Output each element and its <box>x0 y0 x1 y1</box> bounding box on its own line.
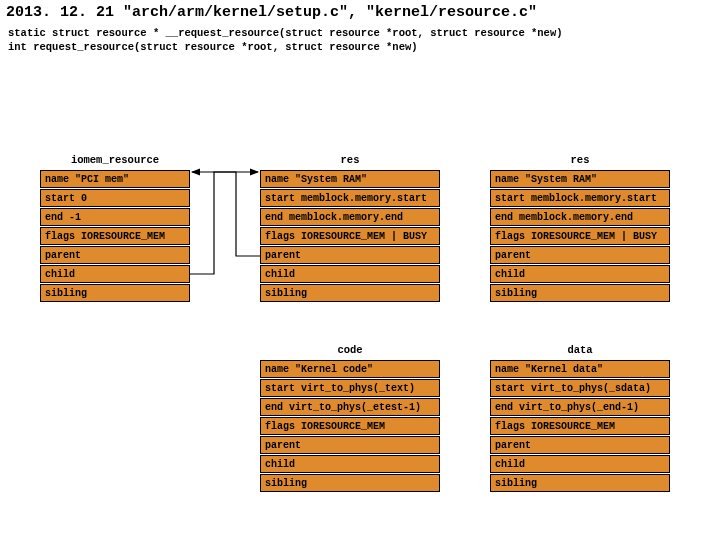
cell-iomem-parent: parent <box>40 246 190 264</box>
page-title: 2013. 12. 21 "arch/arm/kernel/setup.c", … <box>0 0 720 25</box>
sig-request-resource: int request_resource(struct resource *ro… <box>8 41 712 55</box>
cell-code-child: child <box>260 455 440 473</box>
cell-iomem-child: child <box>40 265 190 283</box>
cell-res1-flags: flags IORESOURCE_MEM | BUSY <box>260 227 440 245</box>
struct-res-2: res name "System RAM" start memblock.mem… <box>490 154 670 302</box>
cell-data-child: child <box>490 455 670 473</box>
struct-title-res2: res <box>490 154 670 166</box>
cell-res2-flags: flags IORESOURCE_MEM | BUSY <box>490 227 670 245</box>
cell-res1-end: end memblock.memory.end <box>260 208 440 226</box>
struct-code: code name "Kernel code" start virt_to_ph… <box>260 344 440 492</box>
cell-iomem-end: end -1 <box>40 208 190 226</box>
struct-title-iomem: iomem_resource <box>40 154 190 166</box>
signatures: static struct resource * __request_resou… <box>0 25 720 64</box>
cell-res2-name: name "System RAM" <box>490 170 670 188</box>
cell-iomem-flags: flags IORESOURCE_MEM <box>40 227 190 245</box>
cell-res1-start: start memblock.memory.start <box>260 189 440 207</box>
cell-code-end: end virt_to_phys(_etest-1) <box>260 398 440 416</box>
struct-title-data: data <box>490 344 670 356</box>
cell-res1-sibling: sibling <box>260 284 440 302</box>
diagram-stage: iomem_resource name "PCI mem" start 0 en… <box>0 64 720 540</box>
cell-code-sibling: sibling <box>260 474 440 492</box>
cell-res2-end: end memblock.memory.end <box>490 208 670 226</box>
cell-iomem-start: start 0 <box>40 189 190 207</box>
cell-code-name: name "Kernel code" <box>260 360 440 378</box>
cell-code-flags: flags IORESOURCE_MEM <box>260 417 440 435</box>
cell-data-end: end virt_to_phys(_end-1) <box>490 398 670 416</box>
cell-res2-parent: parent <box>490 246 670 264</box>
cell-res1-parent: parent <box>260 246 440 264</box>
struct-title-code: code <box>260 344 440 356</box>
cell-res2-sibling: sibling <box>490 284 670 302</box>
struct-res-1: res name "System RAM" start memblock.mem… <box>260 154 440 302</box>
cell-res2-start: start memblock.memory.start <box>490 189 670 207</box>
cell-iomem-sibling: sibling <box>40 284 190 302</box>
cell-code-start: start virt_to_phys(_text) <box>260 379 440 397</box>
cell-res2-child: child <box>490 265 670 283</box>
cell-data-start: start virt_to_phys(_sdata) <box>490 379 670 397</box>
sig-request-resource-static: static struct resource * __request_resou… <box>8 27 712 41</box>
cell-code-parent: parent <box>260 436 440 454</box>
cell-iomem-name: name "PCI mem" <box>40 170 190 188</box>
cell-data-name: name "Kernel data" <box>490 360 670 378</box>
cell-data-sibling: sibling <box>490 474 670 492</box>
struct-data: data name "Kernel data" start virt_to_ph… <box>490 344 670 492</box>
cell-res1-child: child <box>260 265 440 283</box>
cell-data-flags: flags IORESOURCE_MEM <box>490 417 670 435</box>
cell-data-parent: parent <box>490 436 670 454</box>
struct-iomem-resource: iomem_resource name "PCI mem" start 0 en… <box>40 154 190 302</box>
struct-title-res1: res <box>260 154 440 166</box>
cell-res1-name: name "System RAM" <box>260 170 440 188</box>
